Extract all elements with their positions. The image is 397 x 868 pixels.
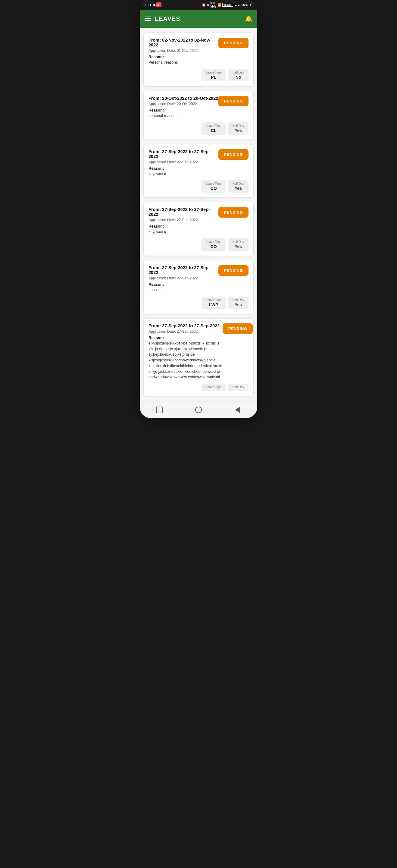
card-badges-3: Leave Type CO Half Day Yes	[148, 180, 249, 193]
card-app-date-6: Application Date: 27-Sep-2022	[148, 330, 223, 334]
card-reason-label-4: Reason:	[148, 224, 219, 228]
half-day-value-4: Yes	[235, 244, 242, 249]
card-reason-text-5: hospital	[148, 287, 219, 293]
card-info-6: From: 27-Sep-2022 to 27-Sep-2022 Applica…	[148, 323, 223, 380]
battery: 96%	[241, 3, 247, 7]
leave-type-badge-2: Leave Type CL	[201, 122, 226, 135]
header-left: LEAVES	[144, 16, 180, 22]
leave-card-2: From: 20-Oct-2022 to 20-Oct-2022 Applica…	[143, 91, 254, 140]
leave-type-value-2: CL	[211, 128, 217, 133]
leave-type-label-1: Leave Type	[206, 71, 221, 74]
circle-icon	[195, 407, 202, 413]
pending-btn-3[interactable]: PENDING	[219, 149, 249, 160]
leave-type-label-4: Leave Type	[206, 240, 221, 244]
card-badges-1: Leave Type PL Half Day No	[148, 69, 249, 82]
alarm-icon: ⏰	[202, 3, 205, 7]
app-indicator: m	[156, 2, 161, 7]
leave-card-6: From: 27-Sep-2022 to 27-Sep-2022 Applica…	[143, 318, 254, 396]
card-info-4: From: 27-Sep-2022 to 27-Sep-2022 Applica…	[148, 207, 219, 235]
nav-home-btn[interactable]	[193, 404, 204, 415]
data-speed: 0.08kb/s	[210, 1, 216, 8]
leave-type-label-5: Leave Type	[206, 299, 221, 302]
card-reason-text-2: personal reasons	[148, 113, 219, 119]
leave-card-4: From: 27-Sep-2022 to 27-Sep-2022 Applica…	[143, 202, 254, 256]
half-day-value-3: Yes	[235, 186, 242, 191]
time: 3:21	[144, 3, 151, 7]
card-reason-label-3: Reason:	[148, 166, 219, 170]
leave-type-value-1: PL	[211, 75, 216, 80]
pending-btn-6[interactable]: PENDING	[223, 323, 253, 334]
card-reason-text-3: xoycyxxt c	[148, 171, 219, 177]
half-day-badge-2: Half Day Yes	[228, 122, 249, 135]
leave-type-label-2: Leave Type	[206, 124, 221, 127]
app-header: LEAVES 🔔	[140, 10, 257, 28]
pending-btn-4[interactable]: PENDING	[219, 207, 249, 218]
half-day-badge-6: Half Day	[228, 384, 249, 391]
card-badges-4: Leave Type CO Half Day Yes	[148, 239, 249, 251]
card-badges-5: Leave Type LWP Half Day Yes	[148, 297, 249, 309]
card-top-5: From: 27-Sep-2022 to 27-Sep-2022 Applica…	[148, 265, 249, 293]
card-dates-1: From: 02-Nov-2022 to 02-Nov-2022	[148, 38, 219, 47]
pending-btn-5[interactable]: PENDING	[219, 265, 249, 276]
card-badges-6: Leave Type Half Day	[148, 384, 249, 391]
half-day-badge-3: Half Day Yes	[228, 180, 249, 193]
half-day-badge-4: Half Day Yes	[228, 239, 249, 251]
card-reason-text-6: ejxvsjbxjebjxebjxbsjxbej xjsbxjs jx sjx …	[148, 341, 223, 380]
leave-type-badge-4: Leave Type CO	[201, 239, 226, 251]
half-day-value-5: Yes	[235, 302, 242, 307]
card-top-1: From: 02-Nov-2022 to 02-Nov-2022 Applica…	[148, 38, 249, 65]
phone-frame: 3:21 ◀ m ⏰ ✳ 0.08kb/s 📶 VoWiFi ▲▲ 96% ⚡ …	[140, 0, 257, 418]
status-right: ⏰ ✳ 0.08kb/s 📶 VoWiFi ▲▲ 96% ⚡	[202, 1, 253, 8]
leave-type-badge-1: Leave Type PL	[201, 69, 226, 82]
card-reason-label-6: Reason:	[148, 336, 223, 340]
leave-type-badge-5: Leave Type LWP	[201, 297, 226, 309]
half-day-label-3: Half Day	[233, 182, 244, 185]
leave-card-5: From: 27-Sep-2022 to 27-Sep-2022 Applica…	[143, 260, 254, 314]
card-top-4: From: 27-Sep-2022 to 27-Sep-2022 Applica…	[148, 207, 249, 235]
leave-card-1: From: 02-Nov-2022 to 02-Nov-2022 Applica…	[143, 33, 254, 87]
signal-bars: ▲▲	[234, 3, 240, 7]
navigation-arrow: ◀	[153, 3, 155, 7]
nav-back-btn[interactable]	[232, 404, 243, 415]
square-icon	[156, 407, 163, 413]
half-day-badge-1: Half Day No	[228, 69, 249, 82]
pending-btn-1[interactable]: PENDING	[219, 38, 249, 48]
card-app-date-1: Application Date: 01-Nov-2022	[148, 49, 219, 53]
card-reason-label-1: Reason:	[148, 55, 219, 59]
leave-type-badge-6: Leave Type	[201, 384, 226, 391]
card-badges-2: Leave Type CL Half Day Yes	[148, 122, 249, 135]
card-info-5: From: 27-Sep-2022 to 27-Sep-2022 Applica…	[148, 265, 219, 293]
half-day-label-2: Half Day	[233, 124, 244, 127]
leave-type-value-4: CO	[210, 244, 217, 249]
card-reason-label-2: Reason:	[148, 108, 219, 113]
status-bar: 3:21 ◀ m ⏰ ✳ 0.08kb/s 📶 VoWiFi ▲▲ 96% ⚡	[140, 0, 257, 10]
card-dates-2: From: 20-Oct-2022 to 20-Oct-2022	[148, 96, 219, 101]
back-icon	[235, 407, 240, 413]
nav-square-btn[interactable]	[154, 404, 165, 415]
card-reason-text-1: Personal reasons	[148, 60, 219, 65]
half-day-label-5: Half Day	[233, 299, 244, 302]
bottom-nav	[140, 401, 257, 418]
card-app-date-5: Application Date: 27-Sep-2022	[148, 276, 219, 280]
half-day-value-1: No	[236, 75, 241, 80]
leave-type-value-3: CO	[210, 186, 217, 191]
card-reason-label-5: Reason:	[148, 282, 219, 287]
card-info-1: From: 02-Nov-2022 to 02-Nov-2022 Applica…	[148, 38, 219, 65]
card-dates-3: From: 27-Sep-2022 to 27-Sep-2022	[148, 149, 219, 159]
card-app-date-2: Application Date: 20-Oct-2022	[148, 102, 219, 106]
notifications-bell[interactable]: 🔔	[245, 15, 253, 22]
half-day-label-6: Half Day	[233, 385, 244, 389]
charging-icon: ⚡	[249, 3, 253, 7]
leave-type-label-6: Leave Type	[206, 385, 221, 389]
card-top-3: From: 27-Sep-2022 to 27-Sep-2022 Applica…	[148, 149, 249, 177]
card-info-2: From: 20-Oct-2022 to 20-Oct-2022 Applica…	[148, 96, 219, 119]
half-day-label-1: Half Day	[233, 71, 244, 74]
card-dates-4: From: 27-Sep-2022 to 27-Sep-2022	[148, 207, 219, 217]
card-top-2: From: 20-Oct-2022 to 20-Oct-2022 Applica…	[148, 96, 249, 119]
app-title: LEAVES	[155, 16, 180, 22]
leaves-list: From: 02-Nov-2022 to 02-Nov-2022 Applica…	[140, 28, 257, 401]
half-day-label-4: Half Day	[233, 240, 244, 244]
pending-btn-2[interactable]: PENDING	[219, 96, 249, 106]
hamburger-menu[interactable]	[144, 17, 151, 21]
half-day-value-2: Yes	[235, 128, 242, 133]
